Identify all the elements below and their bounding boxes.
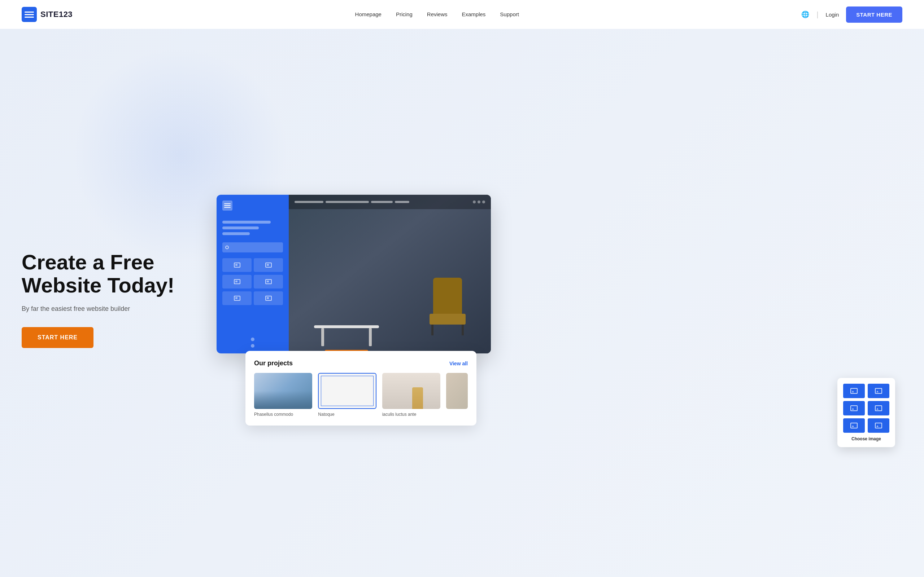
- globe-icon[interactable]: 🌐: [801, 10, 809, 18]
- browser-photo: [289, 195, 491, 353]
- hero-section: Create a Free Website Today! By far the …: [0, 29, 924, 577]
- photo-topbar: [289, 195, 491, 209]
- login-link[interactable]: Login: [826, 11, 839, 18]
- chooser-item-3[interactable]: [843, 401, 865, 416]
- browser-mockup: [216, 195, 491, 353]
- sidebar-line-1: [222, 221, 271, 224]
- chair-leg-right: [462, 324, 464, 335]
- chair-shape: [426, 278, 469, 335]
- chooser-item-1[interactable]: [843, 384, 865, 398]
- image-chooser-popup: Choose image: [837, 378, 895, 447]
- project-label-2: Natoque: [318, 412, 376, 417]
- start-here-button-hero[interactable]: START HERE: [22, 327, 94, 348]
- chair-back: [433, 278, 462, 314]
- sidebar-header: [216, 195, 289, 216]
- project-item-4: [446, 373, 468, 417]
- project-label-3: iaculis luctus ante: [382, 412, 440, 417]
- projects-header: Our projects View all: [254, 359, 468, 367]
- project-item-2: Natoque: [318, 373, 376, 417]
- projects-grid: Phasellus commodo Natoque iaculis luctus…: [254, 373, 468, 417]
- table-shape: [314, 325, 379, 328]
- chooser-item-2[interactable]: [868, 384, 889, 398]
- project-label-1: Phasellus commodo: [254, 412, 312, 417]
- project-thumb-3: [382, 373, 440, 409]
- nav-item-examples[interactable]: Examples: [462, 11, 486, 17]
- topbar-line-1: [294, 201, 323, 203]
- navbar: SITE123 Homepage Pricing Reviews Example…: [0, 0, 924, 29]
- nav-right: 🌐 | Login START HERE: [801, 6, 902, 23]
- sidebar-line-3: [222, 232, 250, 235]
- topbar-dot-2: [478, 200, 480, 203]
- sidebar-item-3: [222, 275, 252, 288]
- nav-item-pricing[interactable]: Pricing: [396, 11, 412, 17]
- sidebar-items: [216, 255, 289, 308]
- sidebar-dot-1: [251, 338, 254, 341]
- logo-icon: [22, 7, 37, 22]
- chooser-item-4[interactable]: [868, 401, 889, 416]
- topbar-dot-1: [473, 200, 476, 203]
- chooser-icon-2: [875, 388, 882, 394]
- hero-title: Create a Free Website Today!: [22, 251, 195, 297]
- nav-divider: |: [816, 10, 818, 19]
- sidebar-item-4: [254, 275, 283, 288]
- topbar-line-2: [326, 201, 369, 203]
- chooser-icon-6: [875, 423, 882, 429]
- project-item-1: Phasellus commodo: [254, 373, 312, 417]
- hero-left: Create a Free Website Today! By far the …: [22, 251, 195, 348]
- sidebar-item-6: [254, 292, 283, 305]
- sidebar-item-5: [222, 292, 252, 305]
- project-thumb-2: [318, 373, 376, 409]
- nav-item-reviews[interactable]: Reviews: [427, 11, 447, 17]
- projects-title: Our projects: [254, 359, 293, 367]
- topbar-dots: [473, 200, 485, 203]
- chooser-icon-5: [850, 423, 858, 429]
- projects-card: Our projects View all Phasellus commodo …: [246, 351, 477, 425]
- editor-sidebar: [216, 195, 289, 353]
- sidebar-item-row-3: [222, 292, 283, 305]
- sidebar-item-2: [254, 258, 283, 272]
- chooser-icon-3: [850, 405, 858, 411]
- view-all-link[interactable]: View all: [449, 361, 468, 366]
- sidebar-dots: [216, 332, 289, 353]
- project-thumb-1: [254, 373, 312, 409]
- furniture-scene: [296, 271, 484, 343]
- nav-links: Homepage Pricing Reviews Examples Suppor…: [355, 11, 519, 18]
- sidebar-item-row-1: [222, 258, 283, 272]
- project-thumb-2-inner: [321, 376, 373, 406]
- chooser-label: Choose image: [843, 436, 889, 442]
- sidebar-line-2: [222, 226, 259, 229]
- chooser-icon-1: [850, 388, 858, 394]
- chair-seat: [430, 314, 465, 324]
- sidebar-item-row-2: [222, 275, 283, 288]
- chooser-item-5[interactable]: [843, 418, 865, 433]
- sidebar-search: [222, 242, 283, 253]
- logo-text: SITE123: [40, 10, 73, 19]
- hero-subtitle: By far the easiest free website builder: [22, 305, 195, 313]
- chooser-grid: [843, 384, 889, 433]
- sidebar-item-1: [222, 258, 252, 272]
- sidebar-lines: [216, 216, 289, 239]
- photo-background: [289, 195, 491, 353]
- search-icon: [225, 246, 229, 249]
- topbar-dot-3: [482, 200, 485, 203]
- chooser-icon-4: [875, 405, 882, 411]
- project-item-3: iaculis luctus ante: [382, 373, 440, 417]
- logo[interactable]: SITE123: [22, 7, 73, 22]
- hero-illustration: Our projects View all Phasellus commodo …: [209, 195, 902, 404]
- sidebar-dot-2: [251, 344, 254, 348]
- chair-leg-left: [431, 324, 433, 335]
- nav-item-support[interactable]: Support: [500, 11, 519, 17]
- chooser-item-6[interactable]: [868, 418, 889, 433]
- nav-item-homepage[interactable]: Homepage: [355, 11, 381, 17]
- sidebar-logo: [222, 200, 233, 211]
- start-here-button-nav[interactable]: START HERE: [846, 6, 902, 23]
- topbar-lines: [294, 201, 409, 203]
- topbar-line-4: [395, 201, 409, 203]
- project-thumb-4: [446, 373, 468, 409]
- topbar-line-3: [371, 201, 393, 203]
